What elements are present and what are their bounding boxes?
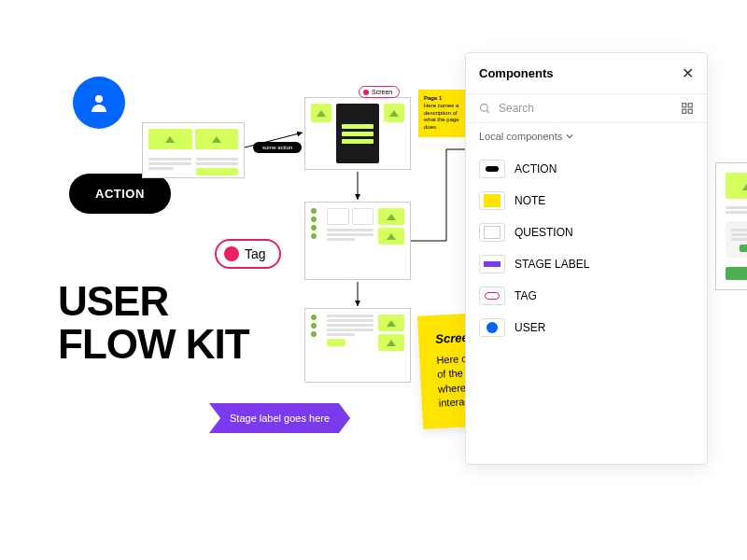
- component-item-user[interactable]: USER: [466, 312, 707, 343]
- svg-line-5: [486, 110, 489, 113]
- sticky-note-small: Page 1 Here comes a description of what …: [418, 90, 471, 137]
- wireframe-card-2: [304, 97, 411, 170]
- svg-rect-8: [683, 109, 686, 113]
- svg-rect-7: [688, 104, 692, 107]
- stage-label-arrow: Stage label goes here: [209, 403, 350, 433]
- svg-point-0: [95, 95, 103, 103]
- user-avatar-icon: [73, 77, 125, 129]
- svg-point-4: [481, 104, 488, 111]
- tag-dot-icon: [224, 246, 239, 261]
- search-icon: [479, 103, 491, 115]
- component-item-tag[interactable]: TAG: [466, 280, 707, 312]
- tag-chip: Tag: [215, 239, 281, 269]
- svg-rect-9: [688, 109, 692, 113]
- wireframe-card-1: [142, 122, 245, 178]
- close-icon[interactable]: ✕: [682, 64, 694, 82]
- svg-rect-6: [683, 104, 686, 107]
- components-panel: Components ✕ Search Local components ACT…: [465, 52, 708, 465]
- tag-label: Tag: [245, 246, 266, 261]
- component-item-action[interactable]: ACTION: [466, 153, 707, 185]
- wireframe-card-4: [304, 308, 411, 383]
- component-item-stage-label[interactable]: STAGE LABEL: [466, 248, 707, 280]
- wireframe-card-3: [304, 202, 411, 280]
- small-tag-chip: Screen: [359, 86, 400, 98]
- panel-section-header[interactable]: Local components: [466, 123, 707, 149]
- grid-view-icon[interactable]: [681, 102, 694, 115]
- component-item-question[interactable]: QUESTION: [466, 217, 707, 248]
- search-input[interactable]: Search: [479, 102, 681, 115]
- component-item-note[interactable]: NOTE: [466, 185, 707, 217]
- chevron-down-icon: [566, 133, 573, 140]
- connector-action-label: some action: [253, 142, 302, 153]
- panel-title: Components: [479, 66, 553, 80]
- wireframe-peek-right: [715, 162, 747, 290]
- page-title: USER FLOW KIT: [58, 280, 249, 366]
